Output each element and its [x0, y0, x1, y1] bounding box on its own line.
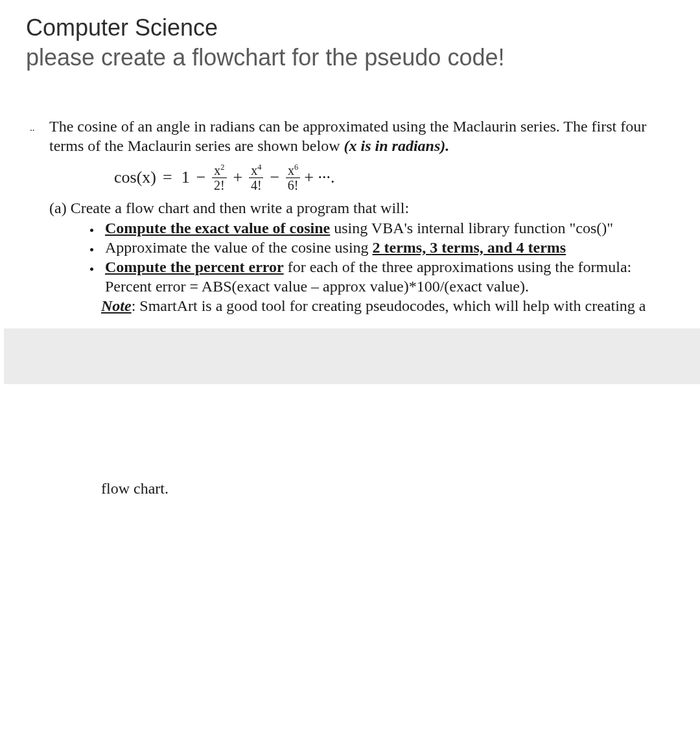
note-continuation: flow chart.: [101, 480, 674, 497]
formula-equals: =: [163, 168, 172, 187]
f3-den: 6!: [288, 178, 299, 192]
note-line: Note: SmartArt is a good tool for creati…: [101, 296, 674, 315]
formula-fraction-3: x6 6!: [286, 163, 300, 192]
bullet1-rest: using VBA's internal library function "c…: [330, 220, 613, 236]
f2-base: x: [251, 163, 257, 177]
formula-lhs: cos(x): [114, 168, 156, 187]
f3-base: x: [288, 163, 294, 177]
formula-trailing: + ···.: [304, 168, 334, 187]
bullet3-underline: Compute the percent error: [105, 258, 284, 275]
f1-pow: 2: [220, 163, 224, 172]
formula-op-minus1: −: [196, 168, 206, 187]
intro-paragraph: The cosine of an angle in radians can be…: [49, 117, 674, 155]
bullet2-lead: Approximate the value of the cosine usin…: [105, 239, 373, 256]
f1-den: 2!: [214, 178, 225, 192]
intro-emphasis: (x is in radians).: [344, 137, 450, 154]
note-label: Note: [101, 297, 132, 314]
formula-fraction-2: x4 4!: [249, 163, 263, 192]
bullet2-underline: 2 terms, 3 terms, and 4 terms: [373, 239, 566, 256]
f1-base: x: [214, 163, 220, 177]
list-item: Compute the percent error for each of th…: [101, 257, 674, 296]
requirements-list: Compute the exact value of cosine using …: [101, 218, 674, 296]
maclaurin-formula: cos(x) = 1 − x2 2! + x4 4! − x6 6! + ···…: [114, 163, 674, 192]
request-text: please create a flowchart for the pseudo…: [26, 44, 674, 71]
list-item: Approximate the value of the cosine usin…: [101, 238, 674, 257]
list-item: Compute the exact value of cosine using …: [101, 218, 674, 238]
f3-pow: 6: [294, 163, 298, 172]
subject-heading: Computer Science: [26, 14, 674, 41]
formula-op-plus1: +: [233, 168, 243, 187]
formula-first-term: 1: [181, 168, 190, 187]
f2-pow: 4: [257, 163, 261, 172]
bullet1-underline: Compute the exact value of cosine: [105, 220, 330, 236]
note-text: : SmartArt is a good tool for creating p…: [132, 297, 646, 314]
formula-fraction-1: x2 2!: [212, 163, 226, 192]
formula-op-minus2: −: [270, 168, 279, 187]
problem-statement: .. The cosine of an angle in radians can…: [26, 117, 674, 497]
ad-placeholder: [4, 328, 700, 384]
part-a-prompt: (a) Create a flow chart and then write a…: [49, 200, 674, 217]
f2-den: 4!: [251, 178, 262, 192]
leading-marker: ..: [30, 117, 49, 137]
